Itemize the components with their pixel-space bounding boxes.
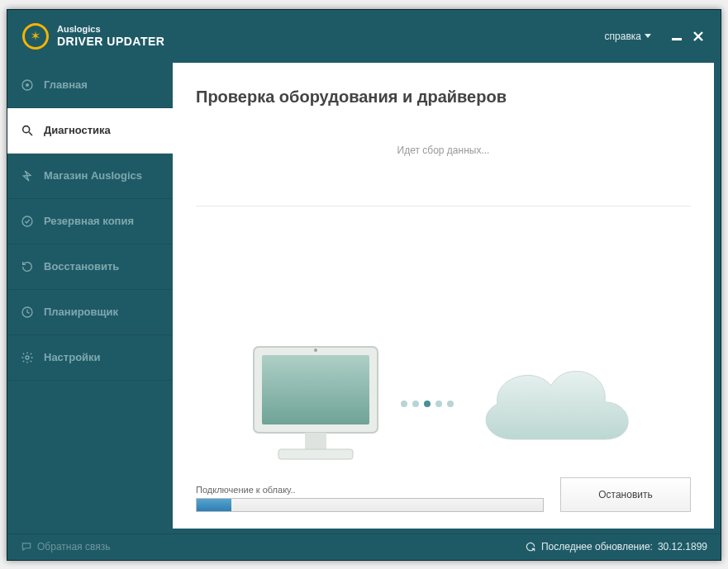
svg-point-5 — [23, 126, 30, 132]
svg-rect-12 — [305, 433, 326, 449]
app-logo-icon — [22, 23, 49, 50]
chevron-down-icon — [645, 34, 651, 38]
clock-icon — [21, 306, 34, 319]
last-update: Последнее обновление: 30.12.1899 — [525, 541, 707, 552]
stop-button[interactable]: Остановить — [560, 477, 691, 512]
sidebar-item-label: Главная — [44, 78, 88, 91]
bottom-row: Подключение к облаку.. Остановить — [196, 477, 691, 512]
minimize-button[interactable] — [666, 26, 688, 47]
sidebar-item-restore[interactable]: Восстановить — [7, 244, 173, 290]
sidebar-item-diagnostics[interactable]: Диагностика — [7, 108, 173, 154]
progress-fill — [197, 499, 231, 511]
transfer-dots-icon — [401, 401, 454, 407]
progress-bar — [196, 498, 544, 512]
sidebar-item-label: Планировщик — [44, 306, 118, 318]
sidebar-item-backup[interactable]: Резервная копия — [7, 199, 173, 244]
restore-icon — [21, 260, 34, 273]
sidebar: Главная Диагностика Магазин Auslogics Ре… — [7, 63, 173, 529]
last-update-value: 30.12.1899 — [658, 541, 707, 552]
app-window: Auslogics DRIVER UPDATER справка Главная… — [7, 9, 721, 561]
svg-point-7 — [22, 216, 32, 226]
sidebar-item-label: Магазин Auslogics — [44, 169, 142, 182]
sidebar-item-scheduler[interactable]: Планировщик — [7, 290, 173, 335]
target-icon — [21, 78, 34, 92]
sidebar-item-home[interactable]: Главная — [7, 63, 173, 108]
search-icon — [21, 124, 34, 137]
feedback-link[interactable]: Обратная связь — [21, 541, 110, 552]
illustration-area — [196, 206, 691, 472]
chat-icon — [21, 541, 32, 552]
last-update-prefix: Последнее обновление: — [541, 541, 653, 552]
brand-small: Auslogics — [57, 24, 164, 34]
cloud-icon — [469, 344, 642, 463]
status-text: Идет сбор данных... — [196, 145, 691, 156]
progress-section: Подключение к облаку.. — [196, 485, 544, 512]
svg-point-14 — [314, 349, 317, 352]
titlebar: Auslogics DRIVER UPDATER справка — [7, 10, 721, 63]
app-title: Auslogics DRIVER UPDATER — [57, 24, 164, 49]
refresh-icon — [525, 541, 536, 552]
feedback-label: Обратная связь — [37, 541, 110, 552]
sidebar-item-label: Резервная копия — [44, 215, 134, 227]
progress-label: Подключение к облаку.. — [196, 485, 544, 495]
main-content: Проверка оборудования и драйверов Идет с… — [173, 63, 714, 529]
sidebar-item-label: Диагностика — [44, 124, 111, 136]
sidebar-item-label: Настройки — [44, 351, 101, 363]
svg-rect-13 — [278, 449, 353, 459]
svg-line-6 — [29, 132, 32, 135]
sidebar-item-label: Восстановить — [44, 260, 119, 273]
svg-rect-11 — [262, 355, 369, 424]
gear-icon — [21, 351, 34, 364]
svg-point-9 — [26, 356, 29, 359]
brand-big: DRIVER UPDATER — [57, 35, 164, 48]
help-menu[interactable]: справка — [605, 31, 651, 42]
close-button[interactable] — [688, 26, 709, 47]
sidebar-item-settings[interactable]: Настройки — [7, 335, 173, 381]
monitor-icon — [245, 340, 386, 467]
brand: Auslogics DRIVER UPDATER — [22, 23, 164, 50]
page-title: Проверка оборудования и драйверов — [196, 88, 691, 107]
app-body: Главная Диагностика Магазин Auslogics Ре… — [7, 63, 721, 533]
check-icon — [21, 215, 34, 228]
sidebar-item-store[interactable]: Магазин Auslogics — [7, 154, 173, 199]
help-label: справка — [605, 31, 641, 42]
svg-point-4 — [26, 83, 29, 86]
svg-rect-0 — [672, 38, 682, 40]
bolt-icon — [21, 169, 34, 183]
statusbar: Обратная связь Последнее обновление: 30.… — [7, 533, 721, 560]
